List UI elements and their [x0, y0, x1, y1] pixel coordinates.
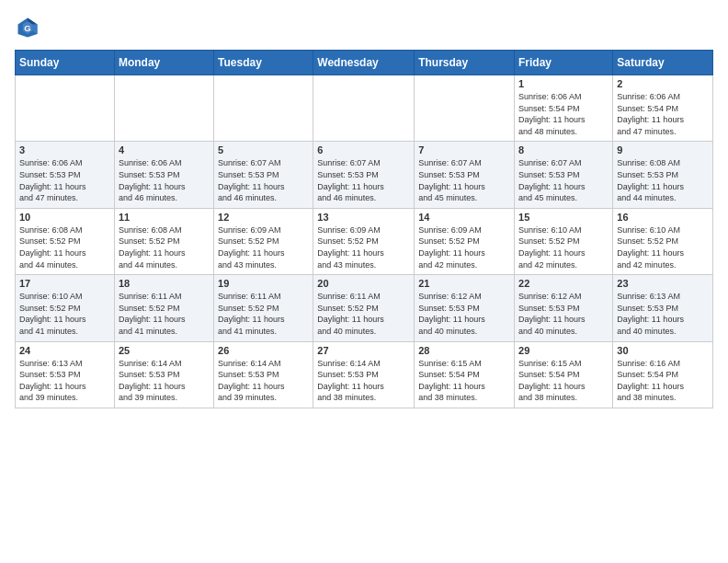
day-info: Sunrise: 6:09 AM Sunset: 5:52 PM Dayligh…	[218, 224, 309, 270]
day-cell: 5Sunrise: 6:07 AM Sunset: 5:53 PM Daylig…	[214, 142, 313, 208]
day-number: 4	[119, 144, 210, 155]
day-number: 29	[518, 345, 609, 356]
day-cell	[16, 75, 115, 142]
weekday-saturday: Saturday	[613, 51, 713, 75]
day-cell	[313, 75, 415, 142]
day-number: 6	[317, 144, 410, 155]
week-row-2: 3Sunrise: 6:06 AM Sunset: 5:53 PM Daylig…	[16, 142, 713, 208]
day-info: Sunrise: 6:10 AM Sunset: 5:52 PM Dayligh…	[617, 224, 709, 270]
day-info: Sunrise: 6:06 AM Sunset: 5:53 PM Dayligh…	[19, 157, 110, 203]
day-number: 28	[418, 345, 510, 356]
day-info: Sunrise: 6:12 AM Sunset: 5:53 PM Dayligh…	[518, 291, 609, 337]
weekday-thursday: Thursday	[415, 51, 515, 75]
day-number: 20	[317, 278, 410, 289]
weekday-tuesday: Tuesday	[214, 51, 313, 75]
day-info: Sunrise: 6:12 AM Sunset: 5:53 PM Dayligh…	[418, 291, 510, 337]
day-number: 3	[19, 144, 110, 155]
week-row-5: 24Sunrise: 6:13 AM Sunset: 5:53 PM Dayli…	[16, 341, 713, 408]
day-info: Sunrise: 6:07 AM Sunset: 5:53 PM Dayligh…	[518, 157, 609, 203]
day-info: Sunrise: 6:16 AM Sunset: 5:54 PM Dayligh…	[617, 358, 709, 404]
day-info: Sunrise: 6:09 AM Sunset: 5:52 PM Dayligh…	[418, 224, 510, 270]
day-info: Sunrise: 6:06 AM Sunset: 5:53 PM Dayligh…	[119, 157, 210, 203]
day-number: 23	[617, 278, 709, 289]
day-cell: 14Sunrise: 6:09 AM Sunset: 5:52 PM Dayli…	[415, 208, 515, 274]
day-cell	[415, 75, 515, 142]
day-number: 30	[617, 345, 709, 356]
day-info: Sunrise: 6:07 AM Sunset: 5:53 PM Dayligh…	[418, 157, 510, 203]
calendar: SundayMondayTuesdayWednesdayThursdayFrid…	[15, 50, 713, 408]
day-number: 24	[19, 345, 110, 356]
day-info: Sunrise: 6:14 AM Sunset: 5:53 PM Dayligh…	[218, 358, 309, 404]
day-cell: 21Sunrise: 6:12 AM Sunset: 5:53 PM Dayli…	[415, 275, 515, 341]
day-cell	[214, 75, 313, 142]
day-cell: 26Sunrise: 6:14 AM Sunset: 5:53 PM Dayli…	[214, 341, 313, 408]
day-cell: 20Sunrise: 6:11 AM Sunset: 5:52 PM Dayli…	[313, 275, 415, 341]
day-info: Sunrise: 6:13 AM Sunset: 5:53 PM Dayligh…	[617, 291, 709, 337]
day-number: 15	[518, 212, 609, 223]
day-info: Sunrise: 6:10 AM Sunset: 5:52 PM Dayligh…	[518, 224, 609, 270]
day-info: Sunrise: 6:08 AM Sunset: 5:52 PM Dayligh…	[119, 224, 210, 270]
day-cell: 27Sunrise: 6:14 AM Sunset: 5:53 PM Dayli…	[313, 341, 415, 408]
weekday-friday: Friday	[515, 51, 613, 75]
day-cell: 6Sunrise: 6:07 AM Sunset: 5:53 PM Daylig…	[313, 142, 415, 208]
day-info: Sunrise: 6:06 AM Sunset: 5:54 PM Dayligh…	[518, 91, 609, 137]
day-number: 27	[317, 345, 410, 356]
day-number: 26	[218, 345, 309, 356]
day-cell: 17Sunrise: 6:10 AM Sunset: 5:52 PM Dayli…	[16, 275, 115, 341]
day-info: Sunrise: 6:15 AM Sunset: 5:54 PM Dayligh…	[518, 358, 609, 404]
day-cell: 2Sunrise: 6:06 AM Sunset: 5:54 PM Daylig…	[613, 75, 713, 142]
day-info: Sunrise: 6:07 AM Sunset: 5:53 PM Dayligh…	[218, 157, 309, 203]
header: G	[15, 15, 713, 40]
svg-text:G: G	[24, 23, 30, 33]
week-row-3: 10Sunrise: 6:08 AM Sunset: 5:52 PM Dayli…	[16, 208, 713, 274]
day-number: 17	[19, 278, 110, 289]
day-number: 16	[617, 212, 709, 223]
day-cell: 23Sunrise: 6:13 AM Sunset: 5:53 PM Dayli…	[613, 275, 713, 341]
day-cell: 8Sunrise: 6:07 AM Sunset: 5:53 PM Daylig…	[515, 142, 613, 208]
day-cell: 19Sunrise: 6:11 AM Sunset: 5:52 PM Dayli…	[214, 275, 313, 341]
day-cell: 11Sunrise: 6:08 AM Sunset: 5:52 PM Dayli…	[114, 208, 213, 274]
week-row-1: 1Sunrise: 6:06 AM Sunset: 5:54 PM Daylig…	[16, 75, 713, 142]
day-info: Sunrise: 6:07 AM Sunset: 5:53 PM Dayligh…	[317, 157, 410, 203]
day-info: Sunrise: 6:06 AM Sunset: 5:54 PM Dayligh…	[617, 91, 709, 137]
day-cell: 3Sunrise: 6:06 AM Sunset: 5:53 PM Daylig…	[16, 142, 115, 208]
day-info: Sunrise: 6:10 AM Sunset: 5:52 PM Dayligh…	[19, 291, 110, 337]
day-number: 2	[617, 78, 709, 89]
day-number: 19	[218, 278, 309, 289]
day-cell: 22Sunrise: 6:12 AM Sunset: 5:53 PM Dayli…	[515, 275, 613, 341]
day-cell: 12Sunrise: 6:09 AM Sunset: 5:52 PM Dayli…	[214, 208, 313, 274]
day-number: 18	[119, 278, 210, 289]
page: G SundayMondayTuesdayWednesdayThursdayFr…	[0, 0, 728, 418]
day-cell: 15Sunrise: 6:10 AM Sunset: 5:52 PM Dayli…	[515, 208, 613, 274]
day-cell: 30Sunrise: 6:16 AM Sunset: 5:54 PM Dayli…	[613, 341, 713, 408]
day-cell: 28Sunrise: 6:15 AM Sunset: 5:54 PM Dayli…	[415, 341, 515, 408]
day-info: Sunrise: 6:11 AM Sunset: 5:52 PM Dayligh…	[317, 291, 410, 337]
day-number: 9	[617, 144, 709, 155]
day-info: Sunrise: 6:11 AM Sunset: 5:52 PM Dayligh…	[119, 291, 210, 337]
day-cell: 24Sunrise: 6:13 AM Sunset: 5:53 PM Dayli…	[16, 341, 115, 408]
day-cell: 9Sunrise: 6:08 AM Sunset: 5:53 PM Daylig…	[613, 142, 713, 208]
day-info: Sunrise: 6:09 AM Sunset: 5:52 PM Dayligh…	[317, 224, 410, 270]
day-cell: 18Sunrise: 6:11 AM Sunset: 5:52 PM Dayli…	[114, 275, 213, 341]
day-info: Sunrise: 6:08 AM Sunset: 5:53 PM Dayligh…	[617, 157, 709, 203]
day-info: Sunrise: 6:14 AM Sunset: 5:53 PM Dayligh…	[317, 358, 410, 404]
day-number: 11	[119, 212, 210, 223]
day-number: 5	[218, 144, 309, 155]
day-cell: 4Sunrise: 6:06 AM Sunset: 5:53 PM Daylig…	[114, 142, 213, 208]
day-number: 13	[317, 212, 410, 223]
weekday-wednesday: Wednesday	[313, 51, 415, 75]
week-row-4: 17Sunrise: 6:10 AM Sunset: 5:52 PM Dayli…	[16, 275, 713, 341]
day-cell: 1Sunrise: 6:06 AM Sunset: 5:54 PM Daylig…	[515, 75, 613, 142]
weekday-monday: Monday	[114, 51, 213, 75]
day-info: Sunrise: 6:13 AM Sunset: 5:53 PM Dayligh…	[19, 358, 110, 404]
day-number: 14	[418, 212, 510, 223]
day-cell: 25Sunrise: 6:14 AM Sunset: 5:53 PM Dayli…	[114, 341, 213, 408]
day-info: Sunrise: 6:08 AM Sunset: 5:52 PM Dayligh…	[19, 224, 110, 270]
day-info: Sunrise: 6:11 AM Sunset: 5:52 PM Dayligh…	[218, 291, 309, 337]
day-number: 21	[418, 278, 510, 289]
day-number: 1	[518, 78, 609, 89]
day-cell: 29Sunrise: 6:15 AM Sunset: 5:54 PM Dayli…	[515, 341, 613, 408]
day-cell: 16Sunrise: 6:10 AM Sunset: 5:52 PM Dayli…	[613, 208, 713, 274]
logo-icon: G	[15, 15, 40, 40]
day-cell: 7Sunrise: 6:07 AM Sunset: 5:53 PM Daylig…	[415, 142, 515, 208]
